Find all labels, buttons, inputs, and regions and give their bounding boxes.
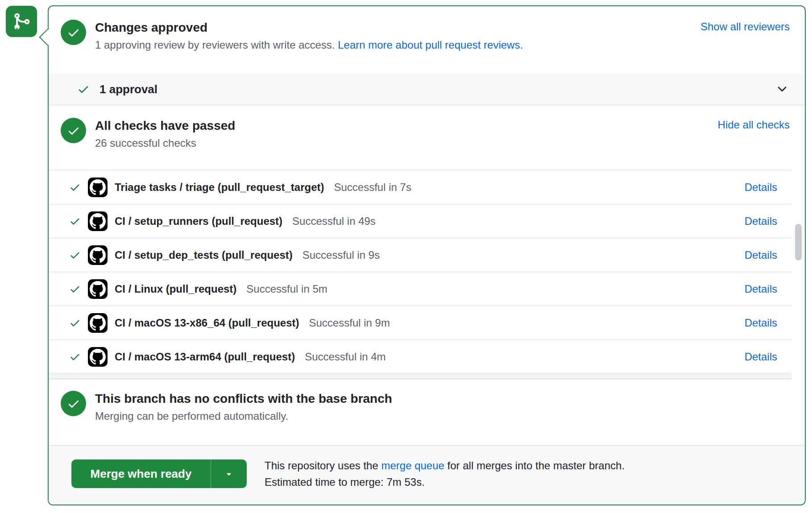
check-icon [69,182,81,193]
details-link[interactable]: Details [745,181,777,194]
check-name: CI / macOS 13-arm64 (pull_request) [115,351,295,363]
partially-visible-check-row [49,374,791,379]
details-link[interactable]: Details [745,351,777,363]
check-name: CI / setup_runners (pull_request) [115,215,282,228]
review-section: Changes approved 1 approving review by r… [49,6,805,74]
checks-title: All checks have passed [95,118,235,134]
no-conflicts-circle-icon [61,391,86,416]
triangle-down-icon [224,469,234,479]
merge-queue-text-pre: This repository uses the [265,459,381,472]
merge-footer: Merge when ready This repository uses th… [49,446,805,505]
check-row: CI / Linux (pull_request) Successful in … [49,272,791,306]
details-link[interactable]: Details [745,317,777,329]
checks-subtitle: 26 successful checks [95,136,235,151]
git-merge-badge [6,6,37,37]
checks-section: All checks have passed 26 successful che… [49,105,805,170]
merge-queue-text-post: for all merges into the master branch. [444,459,625,472]
github-actions-avatar [88,245,108,265]
check-row: CI / setup_dep_tests (pull_request) Succ… [49,238,791,272]
check-status: Successful in 9m [309,317,390,329]
details-link[interactable]: Details [745,283,777,295]
check-status: Successful in 49s [292,215,376,228]
approved-check-circle-icon [61,20,86,45]
github-actions-avatar [88,279,108,299]
octocat-icon [90,247,106,263]
review-description-text: 1 approving review by reviewers with wri… [95,39,338,51]
merge-estimate: Estimated time to merge: 7m 53s. [265,474,625,490]
check-status: Successful in 9s [302,249,380,261]
check-icon [77,83,90,95]
check-icon [69,215,81,227]
conflicts-subtitle: Merging can be performed automatically. [95,409,392,424]
check-name: CI / setup_dep_tests (pull_request) [115,249,293,261]
checks-passed-circle-icon [61,118,86,143]
octocat-icon [90,281,106,297]
github-actions-avatar [88,178,108,197]
check-name: Triage tasks / triage (pull_request_targ… [115,181,324,194]
approval-summary-label: 1 approval [99,83,157,96]
check-name: CI / macOS 13-x86_64 (pull_request) [115,317,299,329]
merge-when-ready-button[interactable]: Merge when ready [71,459,211,488]
merge-info: This repository uses the merge queue for… [265,457,625,490]
check-status: Successful in 7s [334,181,411,194]
merge-box-card: Changes approved 1 approving review by r… [48,5,806,505]
details-link[interactable]: Details [745,249,777,261]
merge-button-group: Merge when ready [71,459,247,488]
check-row: CI / setup_runners (pull_request) Succes… [49,204,791,238]
check-status: Successful in 4m [305,351,385,363]
git-merge-icon [12,12,31,31]
merge-queue-line: This repository uses the merge queue for… [265,457,625,474]
check-row: CI / macOS 13-arm64 (pull_request) Succe… [49,340,791,374]
check-status: Successful in 5m [246,283,327,295]
merge-box-page: Changes approved 1 approving review by r… [0,0,812,513]
merge-queue-link[interactable]: merge queue [381,459,444,472]
review-description: 1 approving review by reviewers with wri… [95,37,523,53]
chevron-down-icon[interactable] [775,83,789,96]
check-name: CI / Linux (pull_request) [115,283,236,295]
octocat-icon [90,213,106,229]
github-actions-avatar [88,347,108,367]
review-title: Changes approved [95,20,523,36]
check-icon [69,351,81,363]
check-row: CI / macOS 13-x86_64 (pull_request) Succ… [49,306,791,340]
octocat-icon [90,315,106,331]
github-actions-avatar [88,313,108,333]
merge-options-dropdown-button[interactable] [211,459,247,488]
conflicts-title: This branch has no conflicts with the ba… [95,391,392,407]
check-icon [69,317,81,329]
details-link[interactable]: Details [745,215,777,228]
checks-list: Triage tasks / triage (pull_request_targ… [49,170,791,379]
check-row: Triage tasks / triage (pull_request_targ… [49,170,791,204]
checks-scrollbar-thumb[interactable] [795,224,802,261]
check-icon [69,249,81,261]
check-icon [69,283,81,295]
approval-summary-row[interactable]: 1 approval [49,74,805,105]
octocat-icon [90,349,106,365]
conflicts-section: This branch has no conflicts with the ba… [49,379,805,446]
learn-more-link[interactable]: Learn more about pull request reviews. [338,39,523,51]
octocat-icon [90,179,106,195]
hide-all-checks-link[interactable]: Hide all checks [718,118,790,132]
github-actions-avatar [88,211,108,231]
show-all-reviewers-link[interactable]: Show all reviewers [700,20,790,34]
